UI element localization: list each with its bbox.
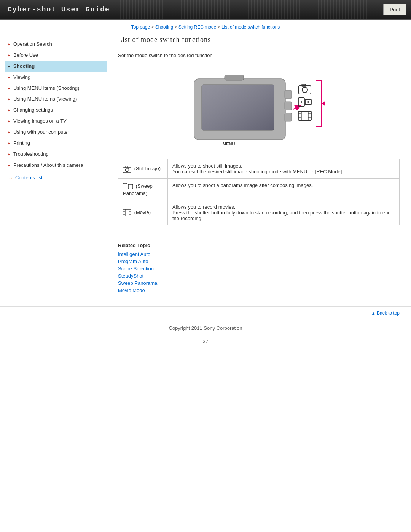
sidebar-item-viewing-images-tv[interactable]: ► Viewing images on a TV [5, 116, 107, 127]
sidebar-item-before-use[interactable]: ► Before Use [5, 50, 107, 61]
table-row-sweep-panorama: (SweepPanorama) Allows you to shoot a pa… [118, 179, 400, 200]
sidebar-item-viewing[interactable]: ► Viewing [5, 72, 107, 83]
sidebar-item-shooting[interactable]: ► Shooting [5, 61, 107, 72]
sidebar-item-using-menu-shooting[interactable]: ► Using MENU items (Shooting) [5, 83, 107, 94]
header-stripe [118, 0, 379, 19]
main-content: List of mode switch functions Set the mo… [107, 33, 411, 302]
sidebar-item-label: Before Use [13, 52, 38, 59]
sidebar-item-label: Using with your computer [13, 129, 69, 136]
sidebar-item-printing[interactable]: ► Printing [5, 138, 107, 149]
movie-icon-label [123, 209, 131, 217]
svg-rect-16 [298, 111, 311, 120]
breadcrumb-sep2: > [174, 24, 178, 30]
svg-marker-23 [322, 101, 325, 106]
arrow-icon: ► [7, 64, 11, 69]
table-row-still-image: (Still Image) Allows you to shoot still … [118, 159, 400, 179]
back-to-top-label: Back to top [377, 310, 400, 316]
arrow-icon: ► [7, 53, 11, 58]
svg-point-25 [126, 168, 129, 171]
still-image-icon-label [123, 165, 131, 173]
arrow-icon: ► [7, 129, 11, 135]
movie-cell: (Movie) [118, 200, 168, 225]
arrow-icon: ► [7, 96, 11, 102]
svg-text:MENU: MENU [223, 142, 235, 146]
camera-diagram: MENU [118, 64, 400, 151]
still-image-description: Allows you to shoot still images. You ca… [168, 159, 400, 179]
related-link-scene-selection[interactable]: Scene Selection [118, 266, 400, 272]
breadcrumb-sep1: > [151, 24, 155, 30]
sidebar-item-precautions[interactable]: ► Precautions / About this camera [5, 160, 107, 171]
sidebar-item-label: Precautions / About this camera [13, 162, 83, 169]
footer: Copyright 2011 Sony Corporation [0, 320, 411, 335]
contents-link-label: Contents list [15, 175, 43, 181]
camera-svg: MENU [186, 67, 331, 147]
sidebar-item-label: Troubleshooting [13, 151, 49, 158]
breadcrumb-setting-rec[interactable]: Setting REC mode [178, 24, 216, 30]
breadcrumb-top[interactable]: Top page [131, 24, 150, 30]
sidebar-item-label: Using MENU items (Shooting) [13, 85, 79, 92]
arrow-icon: ► [7, 86, 11, 91]
still-image-icon [299, 84, 311, 94]
movie-description: Allows you to record movies. Press the s… [168, 200, 400, 225]
arrow-icon: ► [7, 75, 11, 80]
sidebar-item-label: Viewing images on a TV [13, 118, 67, 125]
sidebar-item-label: Printing [13, 140, 30, 147]
svg-rect-2 [202, 85, 274, 130]
page-title: List of mode switch functions [118, 36, 400, 47]
svg-rect-6 [285, 113, 292, 121]
description: Set the mode switch to the desired funct… [118, 53, 400, 58]
svg-rect-29 [123, 209, 131, 216]
sidebar-item-changing-settings[interactable]: ► Changing settings [5, 105, 107, 116]
related-link-intelligent-auto[interactable]: Intelligent Auto [118, 251, 400, 257]
sweep-panorama-icon [298, 98, 311, 106]
related-link-movie-mode[interactable]: Movie Mode [118, 288, 400, 293]
breadcrumb-current[interactable]: List of mode switch functions [221, 24, 280, 30]
sidebar-item-label: Using MENU items (Viewing) [13, 96, 77, 102]
layout: ► Operation Search ► Before Use ► Shooti… [0, 33, 411, 302]
movie-icon [298, 111, 311, 120]
sweep-panorama-icon-label [123, 182, 133, 190]
contents-list-link[interactable]: → Contents list [5, 171, 107, 183]
sidebar-item-troubleshooting[interactable]: ► Troubleshooting [5, 149, 107, 160]
print-button[interactable]: Print [383, 4, 406, 15]
svg-point-15 [307, 101, 309, 103]
copyright-text: Copyright 2011 Sony Corporation [169, 325, 242, 331]
sidebar-item-label: Changing settings [13, 107, 53, 113]
sidebar-item-label: Shooting [13, 63, 35, 70]
svg-point-10 [302, 87, 307, 93]
svg-rect-4 [285, 90, 292, 99]
breadcrumb-sep3: > [218, 24, 221, 30]
sidebar-item-operation-search[interactable]: ► Operation Search [5, 39, 107, 50]
arrow-icon: ► [7, 163, 11, 168]
related-title: Related Topic [118, 243, 400, 248]
sidebar: ► Operation Search ► Before Use ► Shooti… [0, 33, 107, 302]
sidebar-item-using-computer[interactable]: ► Using with your computer [5, 127, 107, 138]
still-image-label: (Still Image) [134, 165, 161, 171]
svg-rect-5 [285, 102, 292, 110]
table-row-movie: (Movie) Allows you to record movies. Pre… [118, 200, 400, 225]
related-link-program-auto[interactable]: Program Auto [118, 259, 400, 264]
breadcrumb: Top page > Shooting > Setting REC mode >… [0, 20, 411, 33]
sidebar-item-using-menu-viewing[interactable]: ► Using MENU items (Viewing) [5, 94, 107, 105]
sidebar-item-label: Operation Search [13, 41, 52, 48]
arrow-icon: ► [7, 152, 11, 157]
page-number: 37 [0, 335, 411, 348]
arrow-icon: ► [7, 118, 11, 124]
related-section: Related Topic Intelligent Auto Program A… [118, 237, 400, 293]
svg-rect-3 [225, 75, 244, 80]
sweep-panorama-description: Allows you to shoot a panorama image aft… [168, 179, 400, 200]
app-title: Cyber-shot User Guide [0, 0, 118, 19]
sidebar-item-label: Viewing [13, 74, 30, 81]
still-image-cell: (Still Image) [118, 159, 168, 179]
svg-point-14 [301, 101, 302, 103]
arrow-right-icon: → [8, 175, 13, 181]
related-link-sweep-panorama[interactable]: Sweep Panorama [118, 280, 400, 286]
arrow-icon: ► [7, 141, 11, 146]
related-link-steadyshot[interactable]: SteadyShot [118, 273, 400, 279]
back-to-top[interactable]: ▲ Back to top [0, 306, 411, 320]
triangle-up-icon: ▲ [371, 311, 376, 315]
header: Cyber-shot User Guide Print [0, 0, 411, 20]
breadcrumb-shooting[interactable]: Shooting [155, 24, 173, 30]
arrow-icon: ► [7, 107, 11, 113]
mode-table: (Still Image) Allows you to shoot still … [118, 159, 400, 225]
